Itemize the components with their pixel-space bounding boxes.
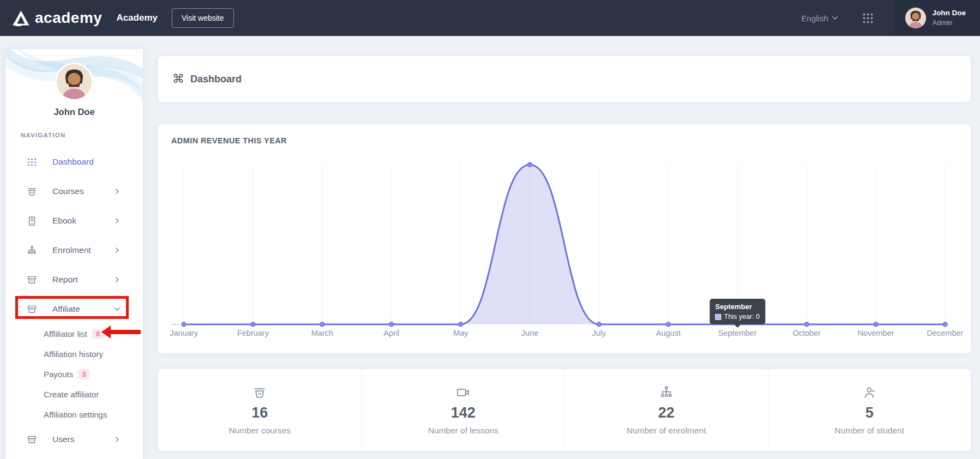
page-title: Dashboard — [190, 74, 242, 85]
svg-text:June: June — [521, 329, 538, 337]
stat-value: 142 — [451, 404, 476, 421]
grid-dots-icon — [26, 156, 38, 168]
stat-label: Number of student — [834, 426, 904, 436]
svg-text:December: December — [927, 329, 964, 337]
site-name: Academy — [116, 13, 158, 23]
sidebar-item-courses[interactable]: Courses — [5, 177, 143, 206]
sidebar-item-report[interactable]: Report — [5, 265, 143, 294]
svg-text:November: November — [858, 329, 894, 337]
chevron-down-icon — [832, 16, 838, 20]
sidebar: John Doe NAVIGATION Dashboard Courses — [5, 49, 143, 459]
subitem-label: Create affiliator — [44, 390, 99, 399]
visit-website-button[interactable]: Visit website — [172, 8, 234, 28]
stat-number-lessons: 142 Number of lessons — [362, 369, 565, 451]
archive-box-icon — [26, 274, 38, 286]
stat-label: Number of lessons — [428, 426, 498, 436]
stat-value: 5 — [865, 404, 874, 421]
chevron-right-icon — [113, 217, 121, 225]
chevron-right-icon — [113, 188, 121, 195]
tooltip-month: September — [716, 302, 760, 312]
stat-label: Number of enrolment — [627, 426, 706, 436]
user-avatar — [905, 8, 926, 28]
ebook-icon — [26, 215, 38, 227]
svg-text:March: March — [311, 329, 333, 337]
archive-box-icon — [26, 434, 38, 445]
tooltip-value: This year: 0 — [724, 313, 760, 321]
svg-text:April: April — [383, 329, 399, 337]
sidebar-item-label: Report — [52, 275, 78, 285]
stat-number-enrolment: 22 Number of enrolment — [564, 369, 768, 451]
sidebar-item-ebook[interactable]: Ebook — [5, 206, 143, 235]
chevron-down-icon — [113, 305, 121, 313]
subitem-label: Affliliator list — [44, 329, 87, 339]
stat-number-courses: 16 Number courses — [158, 369, 362, 451]
sitemap-icon — [26, 245, 38, 256]
sidebar-item-label: Courses — [52, 186, 84, 196]
revenue-card: ADMIN REVENUE THIS YEAR JanuaryFebruaryM… — [158, 124, 971, 353]
series-swatch-icon — [716, 314, 722, 320]
chart-tooltip: September This year: 0 — [710, 299, 765, 324]
stat-value: 16 — [251, 404, 268, 421]
stat-value: 22 — [658, 404, 675, 421]
header-user-role: Admin — [932, 18, 966, 28]
svg-text:August: August — [656, 329, 681, 337]
sidebar-item-label: Affiliate — [52, 304, 80, 314]
svg-text:May: May — [453, 329, 468, 337]
language-label: English — [801, 14, 828, 23]
svg-text:October: October — [792, 329, 821, 337]
count-badge: 3 — [78, 369, 90, 379]
stat-label: Number courses — [229, 426, 291, 436]
command-icon: ⌘ — [172, 72, 184, 86]
svg-text:July: July — [592, 329, 607, 337]
stat-number-student: 5 Number of student — [768, 369, 971, 451]
header-user-name: John Doe — [932, 8, 966, 18]
chevron-right-icon — [113, 276, 121, 283]
svg-text:January: January — [170, 329, 198, 337]
basket-icon — [252, 385, 267, 400]
archive-box-icon — [26, 304, 38, 315]
language-selector[interactable]: English — [801, 14, 838, 23]
chevron-right-icon — [113, 436, 121, 443]
sidebar-subitem-affiliation-settings[interactable]: Affiliation settings — [5, 404, 143, 425]
sidebar-subitem-affiliator-list[interactable]: Affliliator list 0 — [5, 324, 143, 344]
video-camera-icon — [455, 385, 471, 400]
page-title-card: ⌘ Dashboard — [158, 56, 971, 102]
revenue-chart[interactable]: JanuaryFebruaryMarchAprilMayJuneJulyAugu… — [158, 124, 971, 353]
user-menu[interactable]: John Doe Admin — [894, 0, 980, 36]
subitem-label: Payouts — [44, 370, 73, 379]
subitem-label: Affiliation settings — [44, 410, 107, 419]
apps-grid-icon[interactable] — [862, 13, 874, 24]
subitem-label: Affiliation history — [44, 349, 103, 359]
sidebar-item-label: Users — [52, 434, 74, 444]
top-header: academy Academy Visit website English — [0, 0, 980, 36]
academy-logo-icon — [12, 10, 30, 26]
sidebar-item-label: Dashboard — [52, 157, 94, 167]
logo[interactable]: academy — [0, 9, 102, 27]
nav-section-label: NAVIGATION — [21, 132, 66, 138]
sidebar-subitem-create-affiliator[interactable]: Create affiliator — [5, 384, 143, 404]
sidebar-item-affiliate[interactable]: Affiliate — [5, 294, 143, 324]
sidebar-item-label: Ebook — [52, 216, 76, 226]
sitemap-icon — [659, 385, 674, 400]
count-badge: 0 — [92, 329, 104, 339]
sidebar-item-dashboard[interactable]: Dashboard — [5, 147, 143, 177]
sidebar-subitem-affiliation-history[interactable]: Affiliation history — [5, 344, 143, 364]
svg-text:September: September — [718, 329, 757, 337]
basket-icon — [26, 186, 38, 197]
logo-text: academy — [35, 9, 102, 27]
stats-card: 16 Number courses 142 Number of lessons … — [158, 369, 971, 451]
svg-text:February: February — [237, 329, 269, 337]
sidebar-item-label: Enrolment — [52, 245, 91, 255]
sidebar-nav: Dashboard Courses Ebook — [5, 147, 143, 454]
sidebar-item-users[interactable]: Users — [5, 425, 143, 454]
chevron-right-icon — [113, 246, 121, 254]
profile-avatar[interactable] — [57, 64, 92, 99]
profile-name: John Doe — [5, 107, 143, 117]
sidebar-item-enrolment[interactable]: Enrolment — [5, 235, 143, 265]
sidebar-subitem-payouts[interactable]: Payouts 3 — [5, 364, 143, 384]
student-icon — [862, 385, 877, 400]
